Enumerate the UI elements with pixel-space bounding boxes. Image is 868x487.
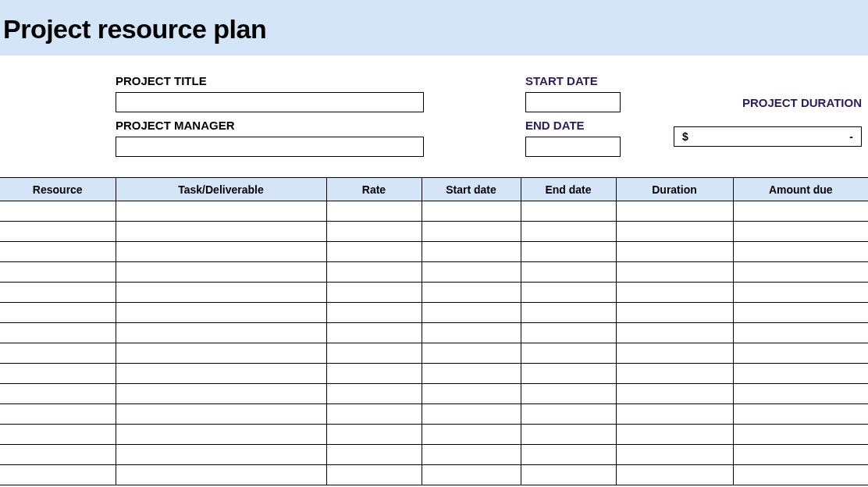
cell-amount[interactable] xyxy=(733,262,868,283)
cell-end[interactable] xyxy=(521,242,616,262)
cell-end[interactable] xyxy=(521,364,616,384)
cell-duration[interactable] xyxy=(616,242,733,262)
cell-amount[interactable] xyxy=(733,364,868,384)
cell-duration[interactable] xyxy=(616,283,733,303)
cell-amount[interactable] xyxy=(733,242,868,262)
cell-amount[interactable] xyxy=(733,445,868,465)
cell-rate[interactable] xyxy=(326,404,422,425)
cell-end[interactable] xyxy=(521,262,616,283)
cell-duration[interactable] xyxy=(616,364,733,384)
cell-start[interactable] xyxy=(422,445,521,465)
cell-end[interactable] xyxy=(521,404,616,425)
cell-start[interactable] xyxy=(422,343,521,364)
cell-rate[interactable] xyxy=(326,283,422,303)
project-title-input[interactable] xyxy=(116,92,424,112)
cell-resource[interactable] xyxy=(0,303,116,323)
cell-duration[interactable] xyxy=(616,445,733,465)
cell-duration[interactable] xyxy=(616,384,733,404)
cell-rate[interactable] xyxy=(326,364,422,384)
cell-rate[interactable] xyxy=(326,222,422,242)
cell-rate[interactable] xyxy=(326,242,422,262)
cell-task[interactable] xyxy=(116,404,326,425)
cell-end[interactable] xyxy=(521,343,616,364)
cell-end[interactable] xyxy=(521,283,616,303)
cell-resource[interactable] xyxy=(0,323,116,343)
cell-resource[interactable] xyxy=(0,242,116,262)
cell-end[interactable] xyxy=(521,465,616,485)
cell-task[interactable] xyxy=(116,364,326,384)
cell-amount[interactable] xyxy=(733,343,868,364)
cell-amount[interactable] xyxy=(733,283,868,303)
cell-start[interactable] xyxy=(422,201,521,222)
cell-duration[interactable] xyxy=(616,222,733,242)
cell-rate[interactable] xyxy=(326,384,422,404)
cell-task[interactable] xyxy=(116,323,326,343)
cell-end[interactable] xyxy=(521,445,616,465)
cell-start[interactable] xyxy=(422,404,521,425)
project-manager-input[interactable] xyxy=(116,137,424,157)
cell-end[interactable] xyxy=(521,303,616,323)
cell-end[interactable] xyxy=(521,384,616,404)
cell-start[interactable] xyxy=(422,364,521,384)
cell-resource[interactable] xyxy=(0,384,116,404)
cell-amount[interactable] xyxy=(733,303,868,323)
start-date-input[interactable] xyxy=(525,92,621,112)
cell-amount[interactable] xyxy=(733,384,868,404)
cell-duration[interactable] xyxy=(616,404,733,425)
cell-start[interactable] xyxy=(422,303,521,323)
cell-resource[interactable] xyxy=(0,364,116,384)
end-date-input[interactable] xyxy=(525,137,621,157)
cell-duration[interactable] xyxy=(616,425,733,445)
cell-rate[interactable] xyxy=(326,201,422,222)
cell-resource[interactable] xyxy=(0,262,116,283)
cell-resource[interactable] xyxy=(0,404,116,425)
cell-rate[interactable] xyxy=(326,343,422,364)
cell-duration[interactable] xyxy=(616,303,733,323)
cell-amount[interactable] xyxy=(733,201,868,222)
cell-amount[interactable] xyxy=(733,425,868,445)
cell-task[interactable] xyxy=(116,262,326,283)
cell-task[interactable] xyxy=(116,465,326,485)
cell-end[interactable] xyxy=(521,222,616,242)
cell-rate[interactable] xyxy=(326,323,422,343)
cell-task[interactable] xyxy=(116,283,326,303)
cell-end[interactable] xyxy=(521,323,616,343)
cell-resource[interactable] xyxy=(0,425,116,445)
cell-rate[interactable] xyxy=(326,303,422,323)
cell-duration[interactable] xyxy=(616,343,733,364)
cell-task[interactable] xyxy=(116,425,326,445)
cell-start[interactable] xyxy=(422,323,521,343)
cell-start[interactable] xyxy=(422,222,521,242)
cell-rate[interactable] xyxy=(326,445,422,465)
cell-rate[interactable] xyxy=(326,262,422,283)
cell-resource[interactable] xyxy=(0,465,116,485)
cell-duration[interactable] xyxy=(616,262,733,283)
cell-end[interactable] xyxy=(521,201,616,222)
cell-task[interactable] xyxy=(116,445,326,465)
cell-start[interactable] xyxy=(422,283,521,303)
cell-task[interactable] xyxy=(116,343,326,364)
cell-task[interactable] xyxy=(116,201,326,222)
cell-task[interactable] xyxy=(116,303,326,323)
cell-rate[interactable] xyxy=(326,425,422,445)
cell-start[interactable] xyxy=(422,384,521,404)
cell-resource[interactable] xyxy=(0,343,116,364)
cell-duration[interactable] xyxy=(616,323,733,343)
cell-task[interactable] xyxy=(116,222,326,242)
cell-end[interactable] xyxy=(521,425,616,445)
cell-start[interactable] xyxy=(422,262,521,283)
cell-amount[interactable] xyxy=(733,465,868,485)
cell-rate[interactable] xyxy=(326,465,422,485)
cell-resource[interactable] xyxy=(0,445,116,465)
cell-amount[interactable] xyxy=(733,404,868,425)
cell-resource[interactable] xyxy=(0,222,116,242)
cell-start[interactable] xyxy=(422,242,521,262)
cell-resource[interactable] xyxy=(0,201,116,222)
cell-task[interactable] xyxy=(116,242,326,262)
cell-start[interactable] xyxy=(422,425,521,445)
cell-resource[interactable] xyxy=(0,283,116,303)
cell-duration[interactable] xyxy=(616,465,733,485)
cell-duration[interactable] xyxy=(616,201,733,222)
cell-start[interactable] xyxy=(422,465,521,485)
cell-amount[interactable] xyxy=(733,222,868,242)
